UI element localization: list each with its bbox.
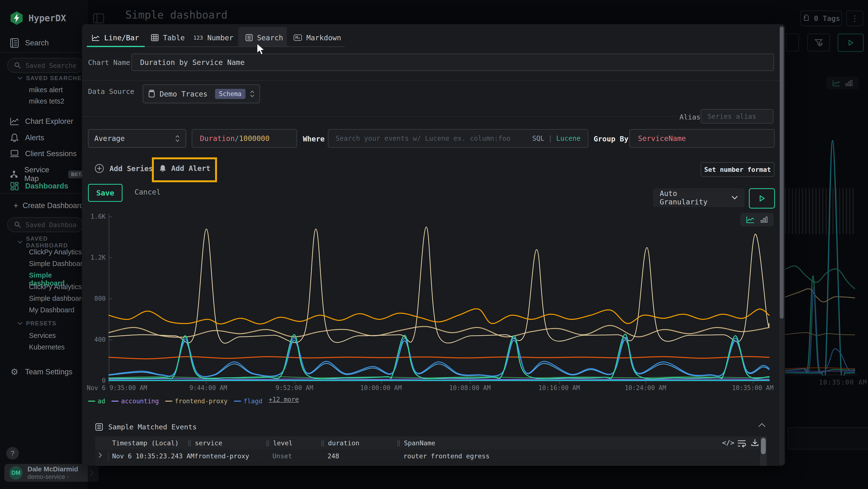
events-row-bg[interactable] <box>95 463 760 466</box>
x-axis-tick: 10:08:00 AM <box>431 384 508 392</box>
tab-markdown[interactable]: M↓ Markdown <box>294 29 341 46</box>
legend-item[interactable]: accounting <box>112 398 159 405</box>
saved-dashboards-section[interactable]: SAVED DASHBOARD <box>18 235 88 249</box>
sidebar-item-alerts[interactable]: Alerts <box>10 133 44 142</box>
sidebar-item-chart-explorer[interactable]: Chart Explorer <box>10 117 73 126</box>
saved-dashboards-field[interactable] <box>25 221 77 229</box>
add-series-button[interactable]: Add Series <box>94 164 153 173</box>
saved-searches-section[interactable]: SAVED SEARCHES <box>18 75 86 82</box>
data-source-select[interactable]: Demo Traces Schema <box>143 84 260 103</box>
dashboards-icon <box>10 182 19 191</box>
dashboard-list-item[interactable]: Simple dashboard <box>29 294 85 303</box>
add-alert-button[interactable]: Add Alert <box>159 164 211 173</box>
chart-legend[interactable]: adaccountingfrontend-proxyflagd+12 more <box>88 396 305 405</box>
sample-events-title: Sample Matched Events <box>108 423 197 431</box>
y-axis-tick: 400 <box>82 336 105 343</box>
where-input[interactable]: Search your events w/ Lucene ex. column:… <box>328 129 588 148</box>
events-list-icon <box>95 423 103 431</box>
saved-searches-input[interactable] <box>7 58 84 73</box>
aggregation-select[interactable]: Average <box>88 129 186 148</box>
run-chart-button[interactable] <box>749 188 775 208</box>
column-header-duration[interactable]: ⣿duration <box>321 436 359 450</box>
tab-label: Search <box>257 33 283 42</box>
saved-searches-field[interactable] <box>25 62 77 69</box>
modal-scrollbar-thumb[interactable] <box>780 27 784 319</box>
saved-search-item[interactable]: mikes tets2 <box>29 97 64 105</box>
dashboard-list-item[interactable]: ClickPy Analytics <box>29 248 82 256</box>
number-123-icon: 123 <box>193 35 203 41</box>
preset-item[interactable]: Services <box>29 332 56 340</box>
drag-handle-icon[interactable]: ⣿ <box>266 440 270 446</box>
column-header-timestamp[interactable]: Timestamp (Local) <box>112 436 179 450</box>
search-list-icon <box>245 34 253 41</box>
download-icon[interactable] <box>750 438 760 448</box>
granularity-select[interactable]: Auto Granularity <box>653 188 745 207</box>
markdown-icon: M↓ <box>294 34 302 41</box>
sidebar-item-dashboards[interactable]: Dashboards <box>10 182 68 191</box>
help-button[interactable]: ? <box>6 447 19 460</box>
expression-input[interactable]: Duration/1000000 <box>192 129 297 148</box>
drag-handle-icon[interactable]: ⣿ <box>188 440 191 446</box>
preset-item[interactable]: Kubernetes <box>29 343 65 351</box>
legend-item[interactable]: flagd <box>234 398 262 405</box>
collapse-chevron-icon[interactable] <box>758 423 766 427</box>
divider <box>82 80 785 81</box>
cancel-button[interactable]: Cancel <box>134 188 161 196</box>
code-view-icon[interactable]: </> <box>722 439 735 447</box>
legend-item[interactable]: frontend-proxy <box>165 398 227 405</box>
chevron-down-icon <box>18 240 23 244</box>
create-dashboard-button[interactable]: + Create Dashboard <box>13 201 84 210</box>
brand[interactable]: HyperDX <box>9 10 66 26</box>
dashboard-list-item[interactable]: Simple Dashboard <box>29 260 87 268</box>
dashboard-list-item[interactable]: My Dashboard <box>29 306 74 314</box>
lucene-toggle[interactable]: Lucene <box>556 135 581 142</box>
y-axis-tick: 1.2K <box>82 254 105 261</box>
sidebar-item-service-map[interactable]: Service Map BETA <box>10 166 88 183</box>
presets-section[interactable]: PRESETS <box>18 320 56 327</box>
chart-name-input[interactable]: Duration by Service Name <box>131 54 774 71</box>
tab-table[interactable]: Table <box>151 29 185 46</box>
x-axis-tick: 9:52:00 AM <box>256 384 333 392</box>
saved-dashboards-input[interactable] <box>7 217 84 232</box>
y-axis-tick: 800 <box>82 295 105 302</box>
group-by-input[interactable]: ServiceName <box>629 129 775 148</box>
legend-dash <box>165 401 173 402</box>
chart-name-value: Duration by Service Name <box>140 58 245 67</box>
dashboard-list-item[interactable]: ClickPy Analytics <box>29 283 82 291</box>
sidebar-item-team-settings[interactable]: ⚙ Team Settings <box>10 367 72 377</box>
row-expand-chevron[interactable] <box>98 465 102 466</box>
drag-handle-icon[interactable]: ⣿ <box>321 440 324 446</box>
sql-toggle[interactable]: SQL <box>532 135 545 142</box>
alias-input[interactable]: Series alias <box>701 109 774 123</box>
drag-handle-icon[interactable]: ⣿ <box>397 440 401 446</box>
sidebar-item-search[interactable]: Search <box>10 38 49 48</box>
x-axis-tick: 9:44:00 AM <box>170 384 247 392</box>
bell-icon <box>10 133 19 142</box>
wrap-lines-icon[interactable] <box>737 439 746 448</box>
set-number-format-button[interactable]: Set number format <box>701 162 774 177</box>
legend-label: frontend-proxy <box>175 398 227 405</box>
cell-level: Unset <box>273 452 292 460</box>
sample-events-header[interactable]: Sample Matched Events <box>95 423 197 431</box>
column-header-spanname[interactable]: ⣿SpanName <box>397 436 435 450</box>
user-menu[interactable]: DM Dale McDiarmid demo-service - <box>4 464 99 482</box>
select-chevrons-icon <box>250 90 255 98</box>
row-expand-chevron[interactable] <box>98 452 102 459</box>
cell-spanname: router frontend egress <box>403 452 490 460</box>
section-label: SAVED DASHBOARD <box>26 235 88 249</box>
sidebar-item-label: Service Map <box>24 166 62 183</box>
legend-more-link[interactable]: +12 more <box>269 396 299 403</box>
events-scrollbar-thumb[interactable] <box>761 438 766 454</box>
column-header-level[interactable]: ⣿level <box>266 436 292 450</box>
tab-number[interactable]: 123 Number <box>193 29 234 46</box>
column-header-service[interactable]: ⣿service <box>188 436 222 450</box>
laptop-icon <box>10 150 19 158</box>
hyperdx-logo-icon <box>9 10 24 26</box>
duration-chart[interactable] <box>108 211 770 387</box>
sidebar-item-client-sessions[interactable]: Client Sessions <box>10 149 77 158</box>
save-button[interactable]: Save <box>88 184 123 202</box>
legend-item[interactable]: ad <box>88 398 105 405</box>
tab-line-bar[interactable]: Line/Bar <box>92 29 139 46</box>
legend-label: ad <box>98 398 105 405</box>
saved-search-item[interactable]: mikes alert <box>29 86 63 94</box>
